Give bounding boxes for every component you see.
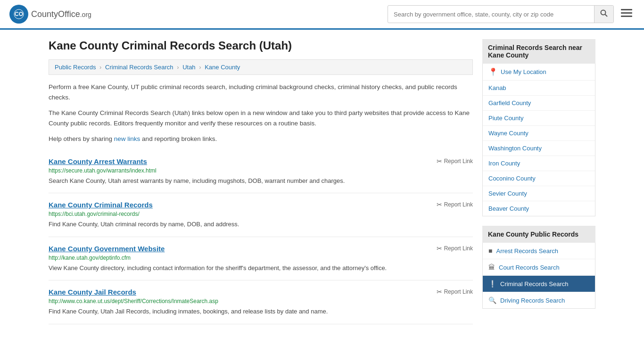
report-link[interactable]: ✂ Report Link bbox=[437, 288, 473, 296]
svg-rect-4 bbox=[621, 9, 632, 10]
breadcrumb-kane-county[interactable]: Kane County bbox=[205, 64, 240, 71]
svg-rect-5 bbox=[621, 12, 632, 14]
svg-text:CO: CO bbox=[15, 11, 23, 17]
public-records-list: ■Arrest Records Search🏛Court Records Sea… bbox=[482, 243, 595, 309]
breadcrumb-criminal-records[interactable]: Criminal Records Search bbox=[105, 64, 173, 71]
public-record-item[interactable]: 🏛Court Records Search bbox=[483, 259, 595, 276]
report-link[interactable]: ✂ Report Link bbox=[437, 245, 473, 252]
nearby-county-link[interactable]: Iron County bbox=[488, 160, 520, 167]
report-icon: ✂ bbox=[437, 288, 442, 296]
nearby-title: Criminal Records Search near Kane County bbox=[482, 39, 595, 64]
main-content: Kane County Criminal Records Search (Uta… bbox=[49, 39, 473, 324]
public-record-item[interactable]: ❕Criminal Records Search bbox=[483, 276, 595, 292]
nearby-item[interactable]: Beaver County bbox=[483, 201, 595, 216]
description-3: Help others by sharing new links and rep… bbox=[49, 134, 473, 144]
nearby-item[interactable]: Kanab bbox=[483, 81, 595, 96]
record-type-icon: 🏛 bbox=[488, 263, 495, 271]
search-button[interactable] bbox=[594, 6, 613, 23]
record-header: Kane County Arrest Warrants ✂ Report Lin… bbox=[49, 157, 473, 165]
nearby-list: 📍Use My LocationKanabGarfield CountyPiut… bbox=[482, 64, 595, 216]
record-type-label: Criminal Records Search bbox=[500, 280, 569, 288]
record-description: Find Kane County, Utah criminal records … bbox=[49, 220, 473, 229]
record-type-icon: 🔍 bbox=[488, 296, 496, 304]
record-title[interactable]: Kane County Government Website bbox=[49, 245, 165, 253]
nearby-county-link[interactable]: Beaver County bbox=[488, 205, 529, 212]
logo-icon: CO bbox=[9, 5, 28, 24]
sidebar: Criminal Records Search near Kane County… bbox=[482, 39, 595, 324]
nearby-item[interactable]: Washington County bbox=[483, 141, 595, 156]
report-icon: ✂ bbox=[437, 201, 442, 208]
search-input[interactable] bbox=[388, 7, 594, 22]
page-title: Kane County Criminal Records Search (Uta… bbox=[49, 39, 473, 52]
breadcrumb: Public Records › Criminal Records Search… bbox=[49, 59, 473, 75]
records-container: Kane County Arrest Warrants ✂ Report Lin… bbox=[49, 150, 473, 324]
nearby-section: Criminal Records Search near Kane County… bbox=[482, 39, 595, 216]
nearby-item[interactable]: Coconino County bbox=[483, 171, 595, 186]
site-header: CO CountyOffice.org bbox=[0, 0, 644, 30]
record-item: Kane County Government Website ✂ Report … bbox=[49, 237, 473, 281]
public-records-section: Kane County Public Records ■Arrest Recor… bbox=[482, 226, 595, 309]
record-url[interactable]: http://www.co.kane.ut.us/dept/Sheriff/Co… bbox=[49, 298, 473, 304]
record-description: Search Kane County, Utah arrest warrants… bbox=[49, 176, 473, 186]
nearby-item[interactable]: Sevier County bbox=[483, 186, 595, 201]
record-title[interactable]: Kane County Jail Records bbox=[49, 288, 136, 296]
record-item: Kane County Arrest Warrants ✂ Report Lin… bbox=[49, 150, 473, 194]
public-records-title: Kane County Public Records bbox=[482, 226, 595, 243]
header-right bbox=[388, 5, 635, 23]
record-type-link[interactable]: Driving Records Search bbox=[500, 297, 565, 304]
record-description: View Kane County directory, including co… bbox=[49, 263, 473, 273]
nearby-county-link[interactable]: Wayne County bbox=[488, 130, 528, 137]
record-title[interactable]: Kane County Arrest Warrants bbox=[49, 157, 147, 165]
description-2: The Kane County Criminal Records Search … bbox=[49, 108, 473, 128]
breadcrumb-utah[interactable]: Utah bbox=[182, 64, 195, 71]
nearby-county-link[interactable]: Kanab bbox=[488, 84, 506, 91]
record-header: Kane County Criminal Records ✂ Report Li… bbox=[49, 201, 473, 209]
nearby-county-link[interactable]: Washington County bbox=[488, 145, 542, 152]
public-record-item[interactable]: 🔍Driving Records Search bbox=[483, 292, 595, 308]
report-link[interactable]: ✂ Report Link bbox=[437, 157, 473, 165]
record-url[interactable]: https://secure.utah.gov/warrants/index.h… bbox=[49, 167, 473, 174]
record-type-icon: ❕ bbox=[488, 280, 496, 288]
logo-area[interactable]: CO CountyOffice.org bbox=[9, 5, 91, 24]
report-icon: ✂ bbox=[437, 157, 442, 165]
record-url[interactable]: http://kane.utah.gov/deptinfo.cfm bbox=[49, 255, 473, 261]
nearby-item[interactable]: 📍Use My Location bbox=[483, 64, 595, 81]
nearby-item[interactable]: Iron County bbox=[483, 156, 595, 171]
nearby-county-link[interactable]: Garfield County bbox=[488, 99, 531, 107]
description-1: Perform a free Kane County, UT public cr… bbox=[49, 82, 473, 102]
record-title[interactable]: Kane County Criminal Records bbox=[49, 201, 153, 209]
public-record-item[interactable]: ■Arrest Records Search bbox=[483, 243, 595, 259]
record-header: Kane County Jail Records ✂ Report Link bbox=[49, 288, 473, 296]
location-icon: 📍 bbox=[488, 67, 498, 76]
main-container: Kane County Criminal Records Search (Uta… bbox=[39, 30, 605, 334]
record-type-link[interactable]: Arrest Records Search bbox=[496, 247, 558, 255]
record-type-link[interactable]: Court Records Search bbox=[499, 264, 560, 271]
svg-line-3 bbox=[605, 15, 608, 17]
nearby-county-link[interactable]: Sevier County bbox=[488, 190, 527, 197]
record-item: Kane County Criminal Records ✂ Report Li… bbox=[49, 193, 473, 237]
report-link[interactable]: ✂ Report Link bbox=[437, 201, 473, 208]
svg-rect-6 bbox=[621, 16, 632, 17]
search-bar bbox=[388, 5, 614, 23]
record-item: Kane County Jail Records ✂ Report Link h… bbox=[49, 280, 473, 324]
new-links-link[interactable]: new links bbox=[114, 135, 140, 142]
report-icon: ✂ bbox=[437, 245, 442, 252]
nearby-county-link[interactable]: Coconino County bbox=[488, 175, 536, 182]
nearby-item[interactable]: Piute County bbox=[483, 111, 595, 126]
breadcrumb-public-records[interactable]: Public Records bbox=[55, 64, 96, 71]
svg-point-2 bbox=[601, 10, 606, 15]
record-url[interactable]: https://bci.utah.gov/criminal-records/ bbox=[49, 211, 473, 217]
nearby-item[interactable]: Wayne County bbox=[483, 126, 595, 141]
menu-icon[interactable] bbox=[619, 6, 635, 23]
use-my-location-link[interactable]: Use My Location bbox=[501, 68, 546, 75]
nearby-county-link[interactable]: Piute County bbox=[488, 115, 523, 122]
record-type-icon: ■ bbox=[488, 247, 492, 255]
record-header: Kane County Government Website ✂ Report … bbox=[49, 245, 473, 253]
nearby-item[interactable]: Garfield County bbox=[483, 96, 595, 111]
logo-text: CountyOffice.org bbox=[31, 9, 91, 19]
record-description: Find Kane County, Utah Jail Records, inc… bbox=[49, 307, 473, 316]
